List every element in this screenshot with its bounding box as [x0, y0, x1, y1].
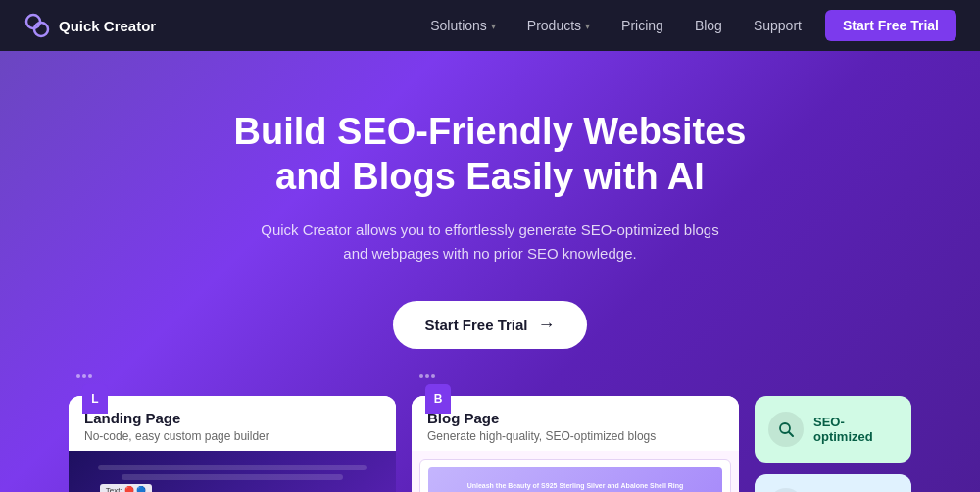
nav-links: Solutions ▾ Products ▾ Pricing Blog Supp… — [418, 12, 813, 39]
logo-text: Quick Creator — [59, 18, 156, 34]
seo-optimized-card: SEO-optimized — [755, 396, 911, 463]
dot1 — [76, 374, 80, 378]
nav-pricing[interactable]: Pricing — [610, 12, 675, 39]
blog-card-desc: Generate high-quality, SEO-optimized blo… — [427, 429, 723, 443]
blog-card-badge: B — [425, 384, 451, 414]
dot3 — [88, 374, 92, 378]
hero-cta-button[interactable]: Start Free Trial → — [393, 301, 586, 349]
landing-card-title: Landing Page — [84, 410, 380, 426]
blog-card-dots — [419, 374, 435, 378]
blog-card-content: Unleash the Beauty of S925 Sterling Silv… — [412, 451, 739, 492]
svg-point-1 — [34, 23, 48, 36]
svg-line-3 — [789, 432, 793, 436]
blog-card-header: Blog Page Generate high-quality, SEO-opt… — [412, 396, 739, 451]
bdot1 — [419, 374, 423, 378]
blog-card-title: Blog Page — [427, 410, 723, 426]
nav-products[interactable]: Products ▾ — [515, 12, 602, 39]
solutions-chevron-icon: ▾ — [491, 21, 496, 31]
landing-card: Landing Page No-code, easy custom page b… — [69, 396, 396, 492]
hero-subtitle: Quick Creator allows you to effortlessly… — [255, 219, 725, 266]
blog-img-placeholder: Unleash the Beauty of S925 Sterling Silv… — [428, 467, 722, 492]
nav-support[interactable]: Support — [742, 12, 813, 39]
seo-column: SEO-optimized Service hosting and — [755, 396, 911, 492]
screenshot-label: Text: 🔴 🔵 — [100, 484, 152, 492]
hero-title: Build SEO-Friendly Websites and Blogs Ea… — [234, 110, 747, 199]
landing-card-screenshot: Text: 🔴 🔵 Grow with QuickCreator — [69, 451, 396, 492]
hosting-icon — [768, 488, 804, 492]
blog-card: Blog Page Generate high-quality, SEO-opt… — [412, 396, 739, 492]
nav-cta-button[interactable]: Start Free Trial — [825, 10, 956, 41]
landing-card-wrapper: L Landing Page No-code, easy custom page… — [69, 396, 396, 492]
screenshot-bar1 — [98, 465, 367, 470]
landing-card-badge: L — [82, 384, 108, 414]
landing-card-dots — [76, 374, 92, 378]
navbar: Quick Creator Solutions ▾ Products ▾ Pri… — [0, 0, 980, 51]
seo-card-text: SEO-optimized — [813, 415, 898, 444]
hosting-card: Service hosting and — [755, 474, 911, 492]
screenshot-content: Text: 🔴 🔵 Grow with QuickCreator — [69, 451, 396, 492]
nav-blog[interactable]: Blog — [683, 12, 734, 39]
feature-cards: L Landing Page No-code, easy custom page… — [29, 396, 951, 492]
bdot2 — [425, 374, 429, 378]
arrow-icon: → — [538, 315, 556, 335]
landing-card-header: Landing Page No-code, easy custom page b… — [69, 396, 396, 451]
screenshot-bar2 — [122, 474, 342, 480]
logo-icon — [24, 12, 51, 39]
svg-point-0 — [26, 15, 40, 28]
blog-img-text: Unleash the Beauty of S925 Sterling Silv… — [464, 482, 688, 489]
bdot3 — [431, 374, 435, 378]
nav-solutions[interactable]: Solutions ▾ — [418, 12, 508, 39]
dot2 — [82, 374, 86, 378]
blog-card-wrapper: B Blog Page Generate high-quality, SEO-o… — [412, 396, 739, 492]
landing-card-desc: No-code, easy custom page builder — [84, 429, 380, 443]
logo[interactable]: Quick Creator — [24, 12, 156, 39]
hero-section: Build SEO-Friendly Websites and Blogs Ea… — [0, 51, 980, 492]
blog-screenshot: Unleash the Beauty of S925 Sterling Silv… — [419, 459, 731, 492]
seo-icon — [768, 412, 804, 447]
products-chevron-icon: ▾ — [585, 21, 590, 31]
